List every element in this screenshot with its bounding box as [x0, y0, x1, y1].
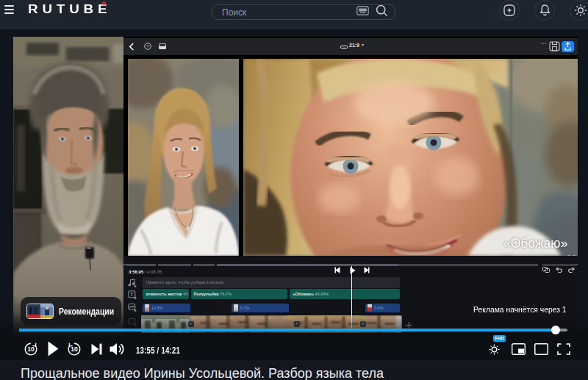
- svg-text:10: 10: [27, 345, 35, 353]
- svg-text:T: T: [130, 291, 134, 298]
- svg-text:?: ?: [146, 44, 149, 49]
- svg-text:10: 10: [71, 345, 78, 353]
